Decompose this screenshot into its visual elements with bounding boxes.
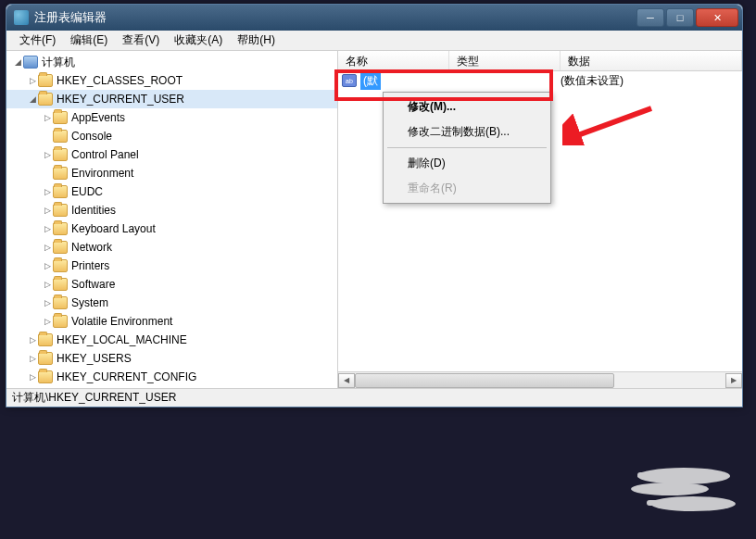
string-value-icon: ab (342, 74, 357, 87)
tree-node-computer[interactable]: ◢ 计算机 (6, 53, 337, 71)
menu-edit[interactable]: 编辑(E) (63, 30, 115, 51)
svg-point-3 (631, 483, 709, 495)
folder-icon (38, 93, 53, 106)
ctx-rename: 重命名(R) (385, 176, 548, 201)
expand-icon[interactable]: ▷ (27, 76, 38, 85)
regedit-window: 注册表编辑器 ─ □ ✕ 文件(F) 编辑(E) 查看(V) 收藏夹(A) 帮助… (6, 4, 743, 407)
value-name: (默 (360, 72, 381, 90)
tree-node[interactable]: ▷Environment (6, 164, 337, 182)
tree-node[interactable]: ▷Volatile Environment (6, 312, 337, 331)
folder-icon (53, 167, 68, 180)
tree-node-hkcu[interactable]: ◢ HKEY_CURRENT_USER (6, 90, 337, 108)
tree-node-hkcr[interactable]: ▷ HKEY_CLASSES_ROOT (6, 71, 337, 90)
content: ◢ 计算机 ▷ HKEY_CLASSES_ROOT ◢ HKEY_CURRENT… (6, 51, 742, 388)
expand-icon[interactable]: ▷ (42, 113, 53, 122)
context-menu: 修改(M)... 修改二进制数据(B)... 删除(D) 重命名(R) (383, 92, 551, 204)
folder-icon (53, 315, 68, 328)
tree-node[interactable]: ▷Printers (6, 257, 337, 275)
app-icon (14, 10, 29, 25)
collapse-icon[interactable]: ◢ (27, 94, 38, 104)
scroll-right-icon[interactable]: ▶ (725, 373, 742, 388)
svg-rect-6 (647, 500, 721, 506)
folder-icon (53, 259, 68, 272)
ctx-delete[interactable]: 删除(D) (385, 151, 548, 176)
close-button[interactable]: ✕ (696, 8, 738, 27)
folder-icon (53, 278, 68, 291)
column-type[interactable]: 类型 (449, 51, 561, 70)
folder-icon (53, 222, 68, 235)
svg-line-1 (575, 108, 651, 136)
ctx-modify[interactable]: 修改(M)... (385, 94, 548, 119)
menubar: 文件(F) 编辑(E) 查看(V) 收藏夹(A) 帮助(H) (6, 31, 742, 51)
svg-rect-5 (637, 472, 702, 478)
menu-favorites[interactable]: 收藏夹(A) (167, 30, 230, 51)
expand-icon[interactable]: ▷ (42, 317, 53, 326)
column-name[interactable]: 名称 (338, 51, 449, 70)
expand-icon[interactable]: ▷ (42, 224, 53, 233)
folder-icon (53, 111, 68, 124)
folder-icon (53, 148, 68, 161)
folder-icon (53, 185, 68, 198)
background-decoration (582, 459, 739, 524)
folder-icon (38, 370, 53, 383)
tree-node[interactable]: ▷Identities (6, 201, 337, 219)
menu-file[interactable]: 文件(F) (12, 30, 63, 51)
tree-node[interactable]: ▷Console (6, 127, 337, 145)
expand-icon[interactable]: ▷ (27, 354, 38, 363)
folder-icon (53, 296, 68, 309)
tree-node[interactable]: ▷System (6, 294, 337, 312)
tree-node-hklm[interactable]: ▷ HKEY_LOCAL_MACHINE (6, 331, 337, 349)
tree-node-hku[interactable]: ▷ HKEY_USERS (6, 349, 337, 368)
expand-icon[interactable]: ▷ (42, 298, 53, 307)
window-controls: ─ □ ✕ (636, 8, 738, 27)
expand-icon[interactable]: ▷ (27, 335, 38, 345)
minimize-button[interactable]: ─ (636, 8, 664, 27)
scroll-left-icon[interactable]: ◀ (338, 373, 355, 388)
tree-node[interactable]: ▷EUDC (6, 182, 337, 201)
list-body[interactable]: ab (默 (数值未设置) 修改(M)... 修改二进制数据(B)... 删除(… (338, 71, 742, 371)
folder-icon (38, 74, 53, 87)
folder-icon (38, 352, 53, 365)
expand-icon[interactable]: ▷ (42, 243, 53, 252)
expand-icon[interactable]: ▷ (27, 372, 38, 382)
value-row-default[interactable]: ab (默 (数值未设置) (338, 71, 742, 90)
scroll-thumb[interactable] (355, 373, 614, 388)
tree-node[interactable]: ▷Keyboard Layout (6, 219, 337, 238)
expand-icon[interactable]: ▷ (42, 206, 53, 215)
tree-node[interactable]: ▷Software (6, 275, 337, 294)
scroll-track[interactable] (355, 373, 725, 388)
list-panel: 名称 类型 数据 ab (默 (数值未设置) 修改(M)... 修改二进制数据(… (338, 51, 742, 388)
tree-panel[interactable]: ◢ 计算机 ▷ HKEY_CLASSES_ROOT ◢ HKEY_CURRENT… (6, 51, 338, 388)
column-data[interactable]: 数据 (561, 51, 742, 70)
menu-help[interactable]: 帮助(H) (230, 30, 283, 51)
collapse-icon[interactable]: ◢ (12, 57, 23, 67)
computer-icon (23, 56, 38, 69)
folder-icon (53, 241, 68, 254)
tree-node-hkcc[interactable]: ▷ HKEY_CURRENT_CONFIG (6, 368, 337, 386)
annotation-arrow-icon (562, 105, 655, 145)
tree-node[interactable]: ▷Control Panel (6, 145, 337, 164)
tree-node[interactable]: ▷AppEvents (6, 108, 337, 127)
ctx-modify-binary[interactable]: 修改二进制数据(B)... (385, 119, 548, 144)
separator (387, 147, 547, 148)
window-title: 注册表编辑器 (34, 9, 636, 26)
folder-icon (53, 130, 68, 143)
horizontal-scrollbar[interactable]: ◀ ▶ (338, 371, 742, 388)
expand-icon[interactable]: ▷ (42, 150, 53, 159)
value-data: (数值未设置) (561, 73, 624, 89)
expand-icon[interactable]: ▷ (42, 261, 53, 270)
statusbar: 计算机\HKEY_CURRENT_USER (6, 388, 742, 407)
expand-icon[interactable]: ▷ (42, 280, 53, 289)
folder-icon (53, 204, 68, 217)
menu-view[interactable]: 查看(V) (115, 30, 167, 51)
folder-icon (38, 333, 53, 346)
tree-node[interactable]: ▷Network (6, 238, 337, 257)
titlebar[interactable]: 注册表编辑器 ─ □ ✕ (6, 5, 742, 31)
list-header: 名称 类型 数据 (338, 51, 742, 71)
maximize-button[interactable]: □ (666, 8, 694, 27)
status-path: 计算机\HKEY_CURRENT_USER (12, 390, 176, 406)
expand-icon[interactable]: ▷ (42, 187, 53, 196)
